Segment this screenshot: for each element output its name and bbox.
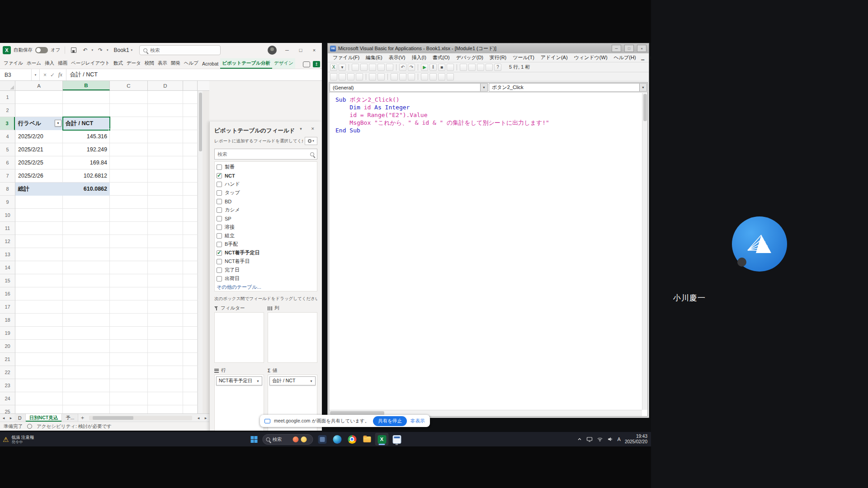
ime-indicator[interactable]: A xyxy=(618,436,621,442)
row-header-3[interactable]: 3 xyxy=(0,117,15,130)
ribbon-tab-help[interactable]: ヘルプ xyxy=(182,58,200,69)
row-header-8[interactable]: 8 xyxy=(0,183,15,196)
ribbon-tab-page-layout[interactable]: ページレイアウト xyxy=(69,58,112,69)
vba-menu-item-9[interactable]: ウィンドウ(W) xyxy=(571,54,611,61)
row-header-19[interactable]: 19 xyxy=(0,327,15,340)
tools-gear-button[interactable]: ▾ xyxy=(305,137,317,145)
paste-button[interactable] xyxy=(377,64,385,71)
field-checkbox[interactable] xyxy=(217,190,222,196)
row-label-filter-button[interactable]: ▼ xyxy=(55,120,61,127)
excel-search-box[interactable] xyxy=(139,45,221,55)
row-header-13[interactable]: 13 xyxy=(0,248,15,261)
cell-A6[interactable]: 2025/2/25 xyxy=(15,156,63,169)
column-header-C[interactable]: C xyxy=(110,81,148,90)
clear-bookmarks-button[interactable] xyxy=(447,73,454,80)
field-item-4[interactable]: BD xyxy=(217,197,315,206)
complete-word-button[interactable] xyxy=(356,73,363,80)
quick-info-button[interactable] xyxy=(339,73,346,80)
row-header-18[interactable]: 18 xyxy=(0,314,15,327)
taskbar-file-explorer-icon[interactable] xyxy=(360,433,374,446)
field-search-box[interactable] xyxy=(214,149,317,160)
field-checkbox[interactable] xyxy=(217,267,222,273)
ribbon-tab-data[interactable]: データ xyxy=(125,58,143,69)
field-item-13[interactable]: 出荷日 xyxy=(217,274,315,283)
undo-dropdown-icon[interactable]: ▾ xyxy=(92,48,94,52)
cell-B4[interactable]: 145.316 xyxy=(63,130,110,143)
field-checkbox[interactable] xyxy=(217,199,222,204)
weather-widget[interactable]: ⚠ 低温 注意報 発令中 xyxy=(3,435,34,444)
row-header-4[interactable]: 4 xyxy=(0,130,15,143)
cell-A7[interactable]: 2025/2/26 xyxy=(15,169,63,183)
field-checkbox[interactable] xyxy=(217,233,222,239)
vba-menu-item-0[interactable]: ファイル(F) xyxy=(330,54,363,61)
cell-B7[interactable]: 102.6812 xyxy=(63,169,110,183)
field-item-0[interactable]: 製番 xyxy=(217,163,315,171)
ribbon-tab-review[interactable]: 校閲 xyxy=(143,58,156,69)
chevron-down-icon[interactable]: ▼ xyxy=(310,380,313,383)
ribbon-tab-design[interactable]: デザイン xyxy=(272,58,295,69)
close-button[interactable]: × xyxy=(637,45,646,52)
object-browser-button[interactable] xyxy=(477,64,484,71)
filter-drop-area[interactable] xyxy=(214,312,264,363)
redo-button[interactable]: ↷ xyxy=(408,64,415,71)
dropdown-arrow-icon[interactable]: ▼ xyxy=(639,84,646,91)
close-panel-icon[interactable]: ✕ xyxy=(309,127,317,135)
comment-block-button[interactable] xyxy=(399,73,406,80)
design-mode-button[interactable] xyxy=(447,64,454,71)
save-button[interactable] xyxy=(352,64,359,71)
reset-button[interactable]: ■ xyxy=(438,64,445,71)
enter-icon[interactable]: ✓ xyxy=(50,72,55,78)
maximize-button[interactable]: □ xyxy=(624,45,634,52)
vba-menu-item-2[interactable]: 表示(V) xyxy=(386,54,409,61)
field-item-3[interactable]: タップ xyxy=(217,188,315,197)
field-item-11[interactable]: NCT着手日 xyxy=(217,257,315,266)
sheet-tab-0[interactable]: D xyxy=(14,414,26,422)
ribbon-tab-view[interactable]: 表示 xyxy=(156,58,169,69)
scrollbar-thumb[interactable] xyxy=(93,416,133,420)
tray-volume-icon[interactable] xyxy=(607,436,613,442)
row-header-9[interactable]: 9 xyxy=(0,196,15,209)
minimize-button[interactable]: ─ xyxy=(280,43,294,57)
field-item-12[interactable]: 完了日 xyxy=(217,266,315,274)
vba-menu-item-1[interactable]: 編集(E) xyxy=(363,54,386,61)
ribbon-tab-file[interactable]: ファイル xyxy=(2,58,25,69)
chevron-down-icon[interactable]: ▾ xyxy=(297,127,306,135)
row-header-16[interactable]: 16 xyxy=(0,287,15,300)
workbook-dropdown-icon[interactable]: ▾ xyxy=(131,48,133,52)
columns-drop-area[interactable] xyxy=(268,312,317,363)
list-properties-button[interactable] xyxy=(330,73,337,80)
field-checkbox[interactable] xyxy=(217,242,222,247)
cell-A4[interactable]: 2025/2/20 xyxy=(15,130,63,143)
field-checkbox[interactable] xyxy=(217,276,222,282)
scrollbar-thumb[interactable] xyxy=(643,94,647,121)
vba-menu-item-4[interactable]: 書式(O) xyxy=(429,54,453,61)
redo-dropdown-icon[interactable]: ▾ xyxy=(107,48,108,52)
column-header-D[interactable]: D xyxy=(148,81,183,90)
taskbar-search-box[interactable] xyxy=(263,434,313,445)
row-header-21[interactable]: 21 xyxy=(0,353,15,366)
toggle-breakpoint-button[interactable] xyxy=(391,73,398,80)
field-checkbox[interactable] xyxy=(217,207,222,213)
copy-button[interactable] xyxy=(369,64,376,71)
sheet-tab-1[interactable]: 日別NCT見込 xyxy=(26,414,62,422)
workbook-title[interactable]: Book1 xyxy=(114,47,129,53)
close-button[interactable]: × xyxy=(307,43,321,57)
vba-menu-item-5[interactable]: デバッグ(D) xyxy=(453,54,486,61)
cell-grid[interactable]: 行ラベル合計 / NCT2025/2/20145.3162025/2/21192… xyxy=(0,91,209,413)
cell-B3[interactable]: 合計 / NCT xyxy=(63,117,110,130)
vba-menu-item-7[interactable]: ツール(T) xyxy=(509,54,538,61)
vertical-scrollbar[interactable] xyxy=(198,91,203,413)
field-checkbox[interactable] xyxy=(217,173,222,178)
horizontal-scrollbar[interactable] xyxy=(89,416,192,420)
cancel-icon[interactable]: × xyxy=(43,72,47,78)
redo-icon[interactable]: ↷ xyxy=(96,46,105,55)
parameter-info-button[interactable] xyxy=(347,73,354,80)
uncomment-block-button[interactable] xyxy=(408,73,415,80)
stop-sharing-button[interactable]: 共有を停止 xyxy=(373,416,407,426)
name-box[interactable]: B3 xyxy=(0,69,32,80)
mdi-minimize-icon[interactable]: ▁ xyxy=(639,56,646,60)
ribbon-tab-developer[interactable]: 開発 xyxy=(169,58,182,69)
field-pill[interactable]: NCT着手予定日▼ xyxy=(216,376,262,385)
next-bookmark-button[interactable] xyxy=(429,73,437,80)
row-header-6[interactable]: 6 xyxy=(0,156,15,169)
